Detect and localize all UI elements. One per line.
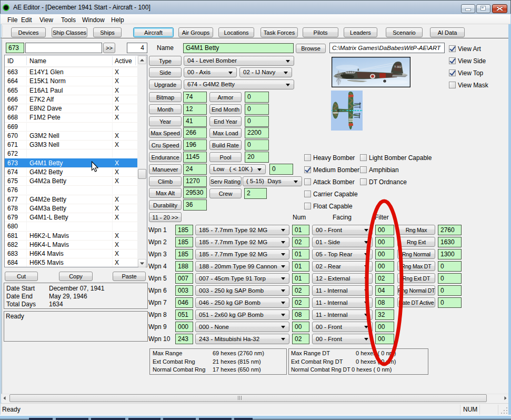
svg-text:T-302: T-302: [394, 65, 402, 68]
